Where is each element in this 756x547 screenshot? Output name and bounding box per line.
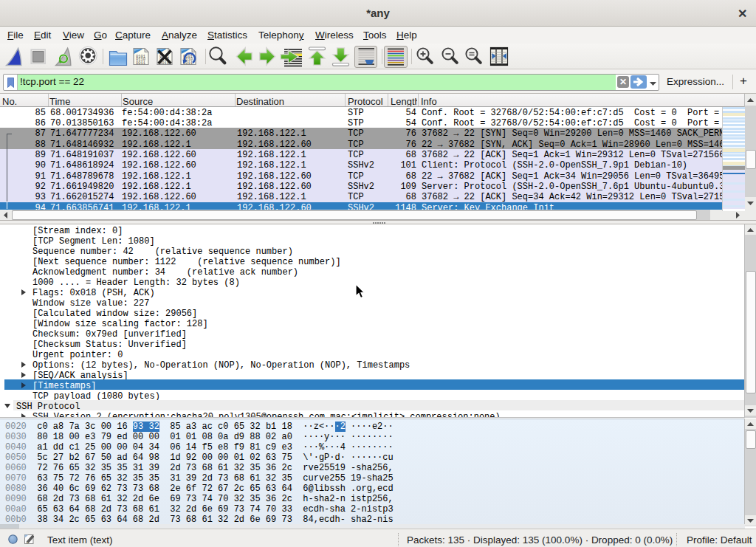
svg-text:0011: 0011 <box>136 61 145 66</box>
